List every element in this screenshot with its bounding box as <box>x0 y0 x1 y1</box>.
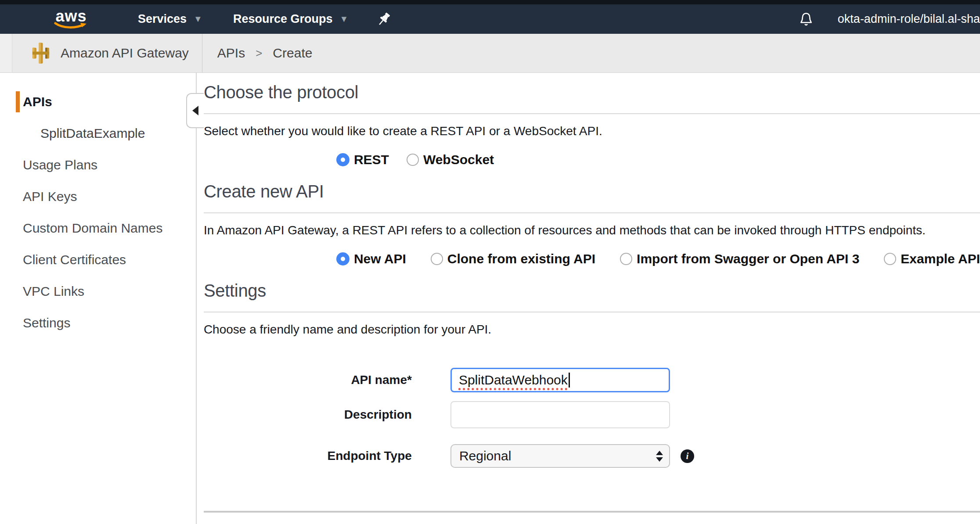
radio-example-api[interactable]: Example API <box>884 251 980 266</box>
radio-clone-from-existing-api[interactable]: Clone from existing API <box>431 251 595 266</box>
endpoint-type-value: Regional <box>459 449 656 463</box>
section-divider <box>204 312 980 312</box>
sidebar-item-label: API Keys <box>23 189 77 204</box>
radio-label: New API <box>354 251 406 266</box>
chevron-down-icon: ▼ <box>339 14 348 24</box>
sidebar-item-label: Settings <box>23 316 70 330</box>
api-source-radio-group: New API Clone from existing API Import f… <box>336 249 980 269</box>
pushpin-icon[interactable] <box>375 11 392 28</box>
aws-logo[interactable]: aws <box>53 10 90 29</box>
radio-unselected-icon <box>431 253 443 265</box>
sidebar-item-label: Custom Domain Names <box>23 221 162 235</box>
section-divider <box>204 113 980 114</box>
api-name-input[interactable]: SplitDataWebhook <box>450 368 670 392</box>
settings-description: Choose a friendly name and description f… <box>204 322 980 337</box>
radio-selected-icon <box>336 252 349 266</box>
main-panel: Choose the protocol Select whether you w… <box>197 73 980 524</box>
sidebar-item-label: SplitDataExample <box>40 126 145 140</box>
section-title-choose-protocol: Choose the protocol <box>204 82 980 103</box>
sidebar-item-vpc-links[interactable]: VPC Links <box>0 276 196 307</box>
notifications-bell-icon[interactable] <box>798 11 814 28</box>
breadcrumb-separator: > <box>256 47 262 60</box>
sidebar: APIs SplitDataExample Usage Plans API Ke… <box>0 73 197 524</box>
endpoint-type-label: Endpoint Type <box>204 449 412 463</box>
endpoint-type-row: Endpoint Type Regional i <box>204 444 980 468</box>
aws-logo-text: aws <box>55 10 86 23</box>
api-name-value: SplitDataWebhook <box>459 373 568 388</box>
sidebar-item-label: Client Certificates <box>23 252 126 267</box>
sidebar-item-label: VPC Links <box>23 284 84 298</box>
radio-new-api[interactable]: New API <box>336 251 406 266</box>
sidebar-item-api-keys[interactable]: API Keys <box>0 181 196 212</box>
window-top-strip <box>0 0 980 4</box>
resource-groups-menu-label: Resource Groups <box>233 12 333 26</box>
breadcrumb: APIs > Create <box>217 46 313 61</box>
topnav-right-group: okta-admin-role/bilal.al-sha <box>798 11 980 28</box>
top-navigation-bar: aws Services ▼ Resource Groups ▼ <box>0 4 980 34</box>
radio-unselected-icon <box>884 253 896 265</box>
choose-protocol-description: Select whether you would like to create … <box>204 124 980 139</box>
section-divider <box>204 212 980 213</box>
services-menu-label: Services <box>138 12 187 26</box>
radio-rest[interactable]: REST <box>336 152 389 167</box>
radio-label: Clone from existing API <box>447 251 595 266</box>
resource-groups-menu[interactable]: Resource Groups ▼ <box>233 12 348 26</box>
create-new-api-description: In Amazon API Gateway, a REST API refers… <box>204 223 980 238</box>
breadcrumb-divider <box>202 34 202 72</box>
radio-selected-icon <box>336 153 349 166</box>
info-icon[interactable]: i <box>681 449 694 463</box>
breadcrumb-create: Create <box>273 46 312 61</box>
section-title-create-new-api: Create new API <box>204 181 980 202</box>
radio-unselected-icon <box>407 154 419 166</box>
chevron-down-icon: ▼ <box>194 14 202 24</box>
radio-label: Example API <box>901 251 980 266</box>
sidebar-item-custom-domain-names[interactable]: Custom Domain Names <box>0 212 196 244</box>
service-name[interactable]: Amazon API Gateway <box>61 46 189 61</box>
account-menu[interactable]: okta-admin-role/bilal.al-sha <box>838 12 980 26</box>
protocol-radio-group: REST WebSocket <box>336 150 980 169</box>
choose-protocol-section: Choose the protocol Select whether you w… <box>204 82 980 169</box>
endpoint-type-select[interactable]: Regional <box>450 444 670 468</box>
sidebar-item-client-certificates[interactable]: Client Certificates <box>0 244 196 276</box>
aws-smile-icon <box>54 22 88 29</box>
chevron-left-icon <box>192 106 198 115</box>
sidebar-item-splitdataexample[interactable]: SplitDataExample <box>0 118 196 149</box>
radio-import-from-swagger[interactable]: Import from Swagger or Open API 3 <box>620 251 859 266</box>
settings-form: API name* SplitDataWebhook Description E… <box>204 368 980 468</box>
settings-section: Settings Choose a friendly name and desc… <box>204 280 980 513</box>
breadcrumb-bar: Amazon API Gateway APIs > Create <box>0 34 980 73</box>
description-row: Description <box>204 401 980 428</box>
chevron-down-icon <box>656 457 663 462</box>
sidebar-item-usage-plans[interactable]: Usage Plans <box>0 149 196 181</box>
api-name-row: API name* SplitDataWebhook <box>204 368 980 392</box>
section-title-settings: Settings <box>204 280 980 301</box>
sidebar-item-apis[interactable]: APIs <box>0 86 196 118</box>
select-stepper-icon <box>656 451 663 462</box>
radio-label: Import from Swagger or Open API 3 <box>637 251 859 266</box>
text-caret <box>569 373 570 388</box>
radio-unselected-icon <box>620 253 632 265</box>
create-new-api-section: Create new API In Amazon API Gateway, a … <box>204 181 980 269</box>
sidebar-item-label: Usage Plans <box>23 158 97 172</box>
breadcrumb-apis[interactable]: APIs <box>217 46 245 61</box>
description-input[interactable] <box>450 401 670 428</box>
left-edge-strip <box>0 34 12 72</box>
radio-label: REST <box>354 152 389 167</box>
radio-websocket[interactable]: WebSocket <box>407 152 494 167</box>
api-gateway-icon <box>29 41 53 65</box>
sidebar-item-settings[interactable]: Settings <box>0 307 196 339</box>
radio-label: WebSocket <box>423 152 494 167</box>
content-area: APIs SplitDataExample Usage Plans API Ke… <box>0 73 980 524</box>
sidebar-collapse-button[interactable] <box>186 93 204 128</box>
sidebar-item-label: APIs <box>23 94 52 109</box>
api-name-label: API name* <box>204 373 412 387</box>
aws-console-screen: aws Services ▼ Resource Groups ▼ <box>0 0 980 524</box>
services-menu[interactable]: Services ▼ <box>138 12 202 26</box>
chevron-up-icon <box>656 451 663 455</box>
description-label: Description <box>204 408 412 422</box>
bottom-divider <box>204 511 980 513</box>
